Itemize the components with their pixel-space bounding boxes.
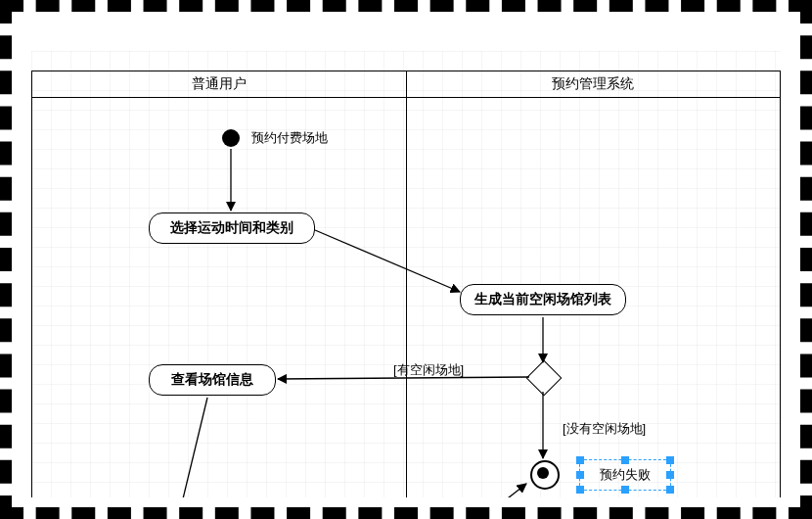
activity-select-time-label: 选择运动时间和类别 — [170, 219, 293, 235]
selection-handle-sw[interactable] — [576, 486, 584, 494]
swimlane-divider — [406, 96, 407, 497]
activity-generate-list[interactable]: 生成当前空闲场馆列表 — [460, 284, 626, 315]
activity-view-info[interactable]: 查看场馆信息 — [149, 364, 276, 396]
dashed-frame-border: 普通用户 预约管理系统 预约付费场地 选择运动时间和类别 生成当前空闲场馆列表 … — [0, 0, 812, 519]
selection-handle-w[interactable] — [576, 471, 584, 479]
guard-has-free: [有空闲场地] — [393, 361, 464, 379]
swimlane-header-right[interactable]: 预约管理系统 — [406, 71, 781, 97]
activity-select-time[interactable]: 选择运动时间和类别 — [149, 212, 315, 244]
activity-view-info-label: 查看场馆信息 — [171, 371, 253, 387]
swimlane-left-label: 普通用户 — [192, 75, 247, 91]
selection-handle-ne[interactable] — [666, 456, 674, 464]
diagram-canvas[interactable]: 普通用户 预约管理系统 预约付费场地 选择运动时间和类别 生成当前空闲场馆列表 … — [31, 51, 781, 497]
swimlane-right-label: 预约管理系统 — [552, 75, 634, 91]
selection-handle-se[interactable] — [666, 486, 674, 494]
selection-handle-e[interactable] — [666, 471, 674, 479]
guard-no-free: [没有空闲场地] — [563, 420, 646, 438]
swimlane-header-left[interactable]: 普通用户 — [32, 71, 406, 97]
end-label-selected[interactable]: 预约失败 — [579, 459, 671, 491]
end-label-text: 预约失败 — [600, 467, 651, 482]
selection-handle-n[interactable] — [621, 456, 629, 464]
swimlane-header-row: 普通用户 预约管理系统 — [31, 71, 781, 98]
activity-generate-list-label: 生成当前空闲场馆列表 — [474, 291, 611, 307]
end-node[interactable] — [530, 460, 560, 490]
selection-handle-nw[interactable] — [576, 456, 584, 464]
start-label: 预约付费场地 — [251, 129, 328, 147]
start-node[interactable] — [222, 129, 240, 147]
selection-handle-s[interactable] — [621, 486, 629, 494]
